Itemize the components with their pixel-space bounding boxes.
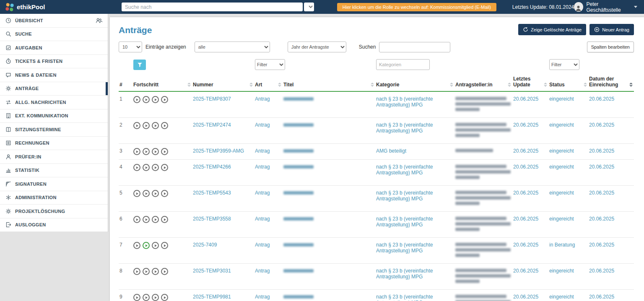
- col-header-antragsteller[interactable]: Antragsteller:in: [454, 74, 512, 91]
- sidebar-item-label: ANTRÄGE: [15, 86, 39, 91]
- kategorie-cell: nach § 23 b (vereinfachte Antragstellung…: [375, 264, 454, 290]
- antrag-number-link[interactable]: 2025-TEMP3959-AMG: [193, 148, 244, 154]
- sidebar-item-label: SITZUNGSTERMINE: [15, 127, 61, 132]
- redacted-applicant: [455, 123, 506, 126]
- progress-cell: [132, 238, 192, 264]
- new-antrag-button[interactable]: Neuer Antrag: [589, 24, 634, 35]
- table-row[interactable]: 12025-TEMP8307Antragnach § 23 b (vereinf…: [119, 91, 634, 118]
- switch-role-button[interactable]: Hier klicken um die Rolle zu wechseln au…: [337, 3, 496, 11]
- sidebar-item-uebersicht[interactable]: ÜBERSICHT: [0, 14, 108, 28]
- antrag-number-link[interactable]: 2025-TEMP3558: [193, 216, 231, 222]
- logout-icon: [5, 222, 11, 228]
- antrag-number-link[interactable]: 2025-TEMP3031: [193, 268, 231, 274]
- antrag-number-link[interactable]: 2025-TEMP8307: [193, 96, 231, 102]
- sidebar-item-signaturen[interactable]: SIGNATUREN: [0, 177, 108, 191]
- edit-columns-button[interactable]: Spalten bearbeiten: [587, 42, 634, 52]
- table-row[interactable]: 72025-7409Antragnach § 23 b (vereinfacht…: [119, 238, 634, 264]
- sidebar-item-tickets-fristen[interactable]: TICKETS & FRISTEN: [0, 55, 108, 69]
- col-header-letztes-update[interactable]: Letztes Update: [512, 74, 548, 91]
- sidebar-item-label: SUCHE: [15, 31, 32, 36]
- table-row[interactable]: 82025-TEMP3031Antragnach § 23 b (vereinf…: [119, 264, 634, 290]
- sidebar-item-allg-nachrichten[interactable]: ALLG. NACHRICHTEN: [0, 96, 108, 109]
- progress-cell: [132, 160, 192, 186]
- art-cell: Antrag: [254, 91, 283, 118]
- history-icon: [523, 27, 528, 32]
- sidebar-item-pruefer[interactable]: PRÜFER:IN: [0, 150, 108, 164]
- progress-step-icon: [133, 96, 140, 103]
- sidebar-item-sitzungstermine[interactable]: SITZUNGSTERMINE: [0, 123, 108, 137]
- book-icon: [5, 127, 11, 132]
- sidebar-item-label: EXT. KOMMUNIKATION: [15, 113, 68, 118]
- global-search-input[interactable]: [122, 3, 303, 11]
- row-index-cell: 3: [119, 144, 132, 160]
- antragsteller-cell: [454, 238, 512, 264]
- col-header-index: #: [119, 74, 132, 91]
- sort-icon: [187, 83, 191, 87]
- sidebar-item-projektloeschung[interactable]: PROJEKTLÖSCHUNG: [0, 205, 108, 218]
- chevron-down-icon: [634, 6, 637, 8]
- redacted-applicant: [455, 254, 480, 257]
- sidebar-item-ausloggen[interactable]: AUSLOGGEN: [0, 218, 108, 232]
- letztes-update-cell: 20.06.2025: [512, 160, 548, 186]
- clear-filters-button[interactable]: [133, 60, 146, 70]
- status-filter-select[interactable]: Filter: [549, 59, 579, 70]
- avatar: [574, 2, 583, 12]
- bar-chart-icon: [5, 167, 11, 173]
- col-header-datum[interactable]: Datum der Einreichung: [588, 74, 634, 91]
- antrag-number-link[interactable]: 2025-TEMP2474: [193, 122, 231, 128]
- col-header-status[interactable]: Status: [548, 74, 588, 91]
- col-header-art[interactable]: Art: [254, 74, 283, 91]
- show-deleted-antraege-button[interactable]: Zeige Gelöschte Anträge: [518, 24, 586, 35]
- last-update-text: Letztes Update: 08.01.2024: [512, 4, 574, 10]
- sidebar-item-antraege[interactable]: ANTRÄGE: [0, 82, 108, 96]
- table-search-input[interactable]: [379, 42, 450, 52]
- entries-per-page-select[interactable]: 10: [119, 42, 142, 52]
- status-cell: eingereicht: [548, 212, 588, 238]
- col-header-nummer[interactable]: Nummer: [192, 74, 254, 91]
- table-row[interactable]: 52025-TEMP5543Antragnach § 23 b (vereinf…: [119, 186, 634, 212]
- progress-step-icon: [143, 216, 150, 223]
- antrag-number-link[interactable]: 2025-7409: [193, 242, 217, 248]
- col-header-titel[interactable]: Titel: [283, 74, 375, 91]
- datum-cell: 20.06.2025: [588, 186, 634, 212]
- datum-cell: 20.06.2025: [588, 160, 634, 186]
- signature-fan-icon: [5, 181, 11, 187]
- sidebar-item-aufgaben[interactable]: AUFGABEN: [0, 41, 108, 55]
- redacted-applicant: [455, 108, 480, 111]
- kategorie-cell: nach § 23 b (vereinfachte Antragstellung…: [375, 212, 454, 238]
- table-row[interactable]: 42025-TEMP4266Antragnach § 23 b (vereinf…: [119, 160, 634, 186]
- col-header-kategorie[interactable]: Kategorie: [375, 74, 454, 91]
- table-row[interactable]: 92025-TEMP9981Antragnach § 23 b (vereinf…: [119, 290, 634, 301]
- sidebar-item-administration[interactable]: ADMINISTRATION: [0, 191, 108, 205]
- sidebar-item-label: TICKETS & FRISTEN: [15, 59, 62, 64]
- art-cell: Antrag: [254, 186, 283, 212]
- search-scope-select[interactable]: [304, 3, 314, 11]
- sidebar-item-rechnungen[interactable]: RECHNUNGEN: [0, 137, 108, 150]
- antrag-number-link[interactable]: 2025-TEMP9981: [193, 294, 231, 300]
- table-row[interactable]: 32025-TEMP3959-AMGAntragAMG beteiligt20.…: [119, 144, 634, 160]
- kategorie-cell: nach § 23 b (vereinfachte Antragstellung…: [375, 290, 454, 301]
- table-row[interactable]: 62025-TEMP3558Antragnach § 23 b (vereinf…: [119, 212, 634, 238]
- kategorien-filter-input[interactable]: [376, 59, 430, 70]
- sidebar-item-suche[interactable]: SUCHE: [0, 28, 108, 42]
- art-filter-select[interactable]: Filter: [255, 59, 285, 70]
- redacted-title: [283, 295, 314, 298]
- sidebar-item-news-dateien[interactable]: NEWS & DATEIEN: [0, 68, 108, 82]
- progress-step-icon: [161, 164, 168, 171]
- asterisk-icon: [5, 195, 11, 200]
- sort-icon: [584, 83, 587, 87]
- nummer-cell: 2025-TEMP4266: [192, 160, 254, 186]
- antrag-number-link[interactable]: 2025-TEMP5543: [193, 190, 231, 196]
- progress-step-icon: [161, 122, 168, 129]
- col-header-fortschritt[interactable]: Fortschritt: [132, 74, 192, 91]
- type-filter-select[interactable]: alle: [195, 42, 270, 52]
- antrag-number-link[interactable]: 2025-TEMP4266: [193, 164, 231, 170]
- table-row[interactable]: 22025-TEMP2474Antragnach § 23 b (vereinf…: [119, 118, 634, 144]
- user-menu[interactable]: Peter Geschäftsstelle: [574, 1, 637, 13]
- nummer-cell: 2025-TEMP3959-AMG: [192, 144, 254, 160]
- progress-step-icon: [161, 148, 168, 155]
- art-cell: Antrag: [254, 290, 283, 301]
- year-filter-select[interactable]: Jahr der Antragste: [288, 42, 346, 52]
- sidebar-item-ext-kommunikation[interactable]: EXT. KOMMUNIKATION: [0, 109, 108, 123]
- sidebar-item-statistik[interactable]: STATISTIK: [0, 164, 108, 178]
